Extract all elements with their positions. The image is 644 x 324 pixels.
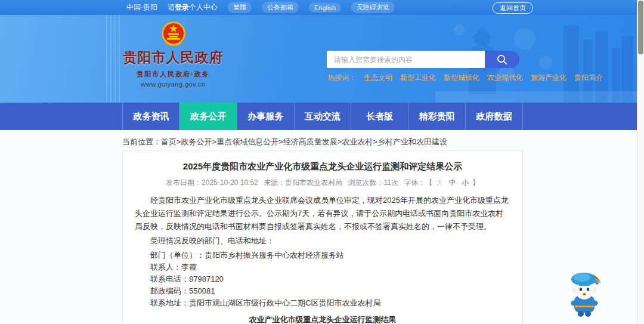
scrollbar-track[interactable] (637, 0, 644, 324)
main-navbar: 政务资讯 政务公开 办事服务 互动交流 长者版 精彩贵阳 政府数据 (0, 103, 644, 130)
national-emblem-icon (161, 21, 186, 47)
publish-date: 发布日期：2025-10-20 10:52 (166, 178, 258, 187)
org-name: 贵阳市人民政府 (121, 48, 225, 67)
font-size-label: 字体：【 (404, 178, 432, 187)
hot-word-link[interactable]: 贵阳简介 (574, 73, 603, 83)
nav-tab-hudong-jiaoliu[interactable]: 互动交流 (294, 103, 351, 130)
hot-word-link[interactable]: 旅游产业化 (531, 73, 566, 83)
nav-tab-jingcai-guiyang[interactable]: 精彩贵阳 (408, 103, 465, 130)
contact-address: 联系地址：贵阳市观山湖区市级行政中心二期C区贵阳市农业农村局 (135, 299, 510, 307)
nav-tab-zhangzheban[interactable]: 长者版 (351, 103, 408, 130)
search-bar (327, 51, 519, 68)
mascot-assistant[interactable] (566, 270, 605, 321)
article-meta: 发布日期：2025-10-20 10:52 来源：贵阳市农业农村局 浏览次数：1… (135, 178, 510, 188)
view-count: 浏览次数：11次 (348, 178, 398, 187)
hot-words-label: 热搜词： (327, 73, 356, 83)
hot-word-link[interactable]: 农业现代化 (487, 73, 523, 83)
article-paragraph: 经贵阳市农业产业化市级重点龙头企业联席会议成员单位审定，现对2025年开展的农业… (135, 194, 510, 233)
stripe-decoration (106, 15, 122, 103)
font-size-large-button[interactable]: 大 (436, 178, 443, 187)
hot-word-link[interactable]: 生态文明 (364, 73, 392, 83)
org-website-url: www.guiyang.gov.cn (121, 81, 225, 88)
hot-search-words: 热搜词： 生态文明 新型工业化 新型城镇化 农业现代化 旅游产业化 贵阳简介 (327, 73, 603, 83)
contact-person: 联系人：李霞 (135, 263, 510, 271)
contact-phone: 联系电话：87987120 (135, 275, 510, 283)
article-source: 来源：贵阳市农业农村局 (264, 178, 342, 187)
breadcrumb: 当前位置：首页>政务公开>重点领域信息公开>经济高质量发展>农业农村>乡村产业和… (122, 137, 447, 147)
font-size-label-close: 】 (472, 178, 479, 187)
site-header: 贵阳市人民政府 贵阳市人民政府·政务 www.guiyang.gov.cn 热搜… (0, 15, 644, 103)
nav-tab-zhengwu-gongkai[interactable]: 政务公开 (179, 103, 237, 130)
official-mail-link[interactable]: 公务邮箱 (262, 2, 299, 13)
traditional-chinese-link[interactable]: 繁體 (228, 2, 252, 13)
nav-tab-banshi-fuwu[interactable]: 办事服务 (237, 103, 294, 130)
contact-department: 部门（单位）：贵阳市乡村振兴服务中心农村经济服务站 (135, 251, 510, 260)
font-size-small-button[interactable]: 小 (462, 178, 469, 187)
nav-tab-zhengfu-shuju[interactable]: 政府数据 (465, 103, 523, 130)
breadcrumb-path[interactable]: 首页>政务公开>重点领域信息公开>经济高质量发展>农业农村>乡村产业和农田建设 (161, 137, 447, 146)
article-card: 2025年度贵阳市农业产业化市级重点龙头企业运行监测和评定结果公示 发布日期：2… (122, 150, 523, 324)
back-home-button[interactable]: 返回首页 (493, 2, 533, 14)
article-title: 2025年度贵阳市农业产业化市级重点龙头企业运行监测和评定结果公示 (135, 161, 510, 172)
hot-word-link[interactable]: 新型城镇化 (444, 73, 479, 83)
results-table-caption: 农业产业化市级重点龙头企业运行监测结果 (135, 314, 510, 324)
search-input[interactable] (327, 51, 485, 68)
login-link[interactable]: 请登录个人中心 (168, 2, 218, 13)
article-paragraph: 受理情况反映的部门、电话和地址： (135, 234, 510, 248)
scrollbar-thumb[interactable] (638, 1, 643, 54)
top-utility-bar: 中国·贵阳 请登录个人中心 繁體 公务邮箱 English 无障碍浏览 返回首页 (0, 0, 644, 15)
org-subtitle: 贵阳市人民政府·政务 (121, 70, 225, 79)
accessibility-link[interactable]: 无障碍浏览 (351, 2, 395, 13)
contact-postcode: 邮政编码：550081 (135, 287, 510, 295)
nav-tab-zhengwu-zixun[interactable]: 政务资讯 (122, 103, 179, 130)
breadcrumb-label: 当前位置： (122, 137, 161, 146)
search-button[interactable] (485, 51, 519, 68)
font-size-medium-button[interactable]: 中 (449, 178, 456, 187)
site-link[interactable]: 中国·贵阳 (126, 2, 157, 13)
site-logo[interactable]: 贵阳市人民政府 贵阳市人民政府·政务 www.guiyang.gov.cn (121, 21, 225, 88)
hot-word-link[interactable]: 新型工业化 (400, 73, 436, 83)
search-icon (496, 53, 509, 66)
english-link[interactable]: English (309, 3, 341, 13)
